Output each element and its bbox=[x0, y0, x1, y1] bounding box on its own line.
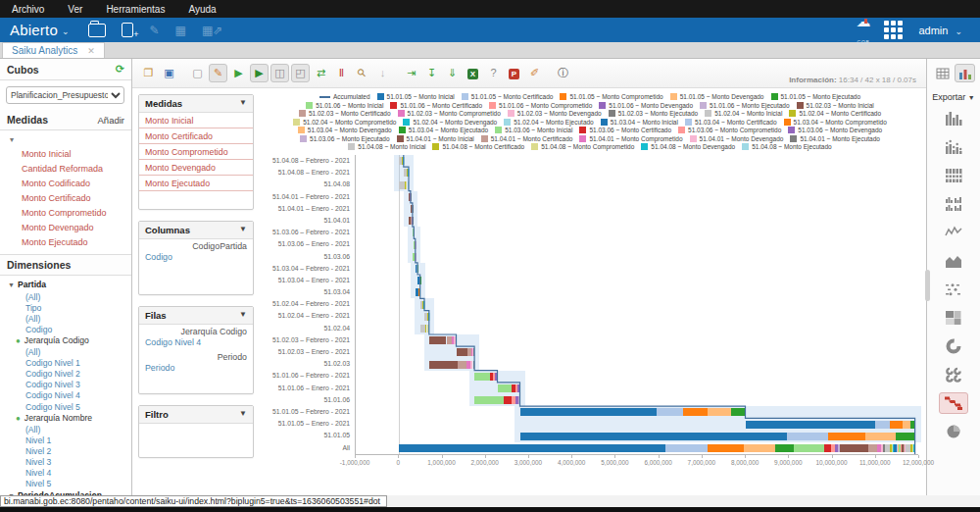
sidebar-measure[interactable]: Cantidad Reformada bbox=[0, 161, 131, 176]
edit-query-button[interactable]: ✎ bbox=[209, 64, 227, 82]
legend-item[interactable]: 51.04.08 ~ Monto Certificado bbox=[432, 143, 524, 150]
legend-item[interactable]: 51.01.05 ~ Monto Devengado bbox=[670, 93, 764, 100]
sidebar-level[interactable]: Nivel 1 bbox=[0, 435, 131, 445]
sidebar-level[interactable]: Codigo Nivel 2 bbox=[0, 369, 131, 380]
sidebar-dimension[interactable]: ▼Partida bbox=[0, 279, 131, 291]
close-icon[interactable]: ✕ bbox=[87, 46, 95, 56]
query-measure[interactable]: Monto Inicial bbox=[139, 113, 253, 128]
edit-mdx-button[interactable]: ✐ bbox=[525, 64, 544, 82]
legend-item[interactable]: 51.01.05 ~ Monto Certificado bbox=[462, 93, 554, 100]
query-level[interactable]: Codigo Nivel 4 bbox=[139, 336, 253, 350]
legend-item[interactable]: 51.04.08 ~ Monto Ejecutado bbox=[742, 143, 832, 150]
legend-item[interactable]: 51.02.03 ~ Monto Devengado bbox=[508, 110, 602, 117]
menu-herramientas[interactable]: Herramientas bbox=[94, 4, 176, 15]
query-measure[interactable]: Monto Ejecutado bbox=[139, 176, 253, 191]
sidebar-level[interactable]: Tipo bbox=[0, 302, 131, 313]
collapse-arrow-icon[interactable]: ▾ bbox=[0, 133, 131, 146]
export-pdf-button[interactable]: P bbox=[505, 65, 523, 83]
sidebar-measure[interactable]: Monto Inicial bbox=[0, 146, 131, 161]
edit-icon[interactable]: ✎ bbox=[149, 24, 159, 37]
sidebar-measure[interactable]: Monto Codificado bbox=[0, 176, 131, 190]
menu-ayuda[interactable]: Ayuda bbox=[176, 4, 227, 15]
new-query-button[interactable]: ▢ bbox=[188, 64, 207, 82]
legend-item[interactable]: 51.02.04 ~ Monto Certificado bbox=[789, 110, 881, 117]
sidebar-level[interactable]: Codigo Nivel 1 bbox=[0, 358, 131, 369]
legend-item[interactable]: 51.03.04 ~ Monto Comprometido bbox=[784, 119, 887, 126]
legend-item[interactable]: 51.04.01 ~ Monto Ejecutado bbox=[790, 135, 880, 142]
legend-item[interactable]: 51.04.08 ~ Monto Devengado bbox=[641, 143, 735, 150]
swap-axis-button[interactable]: ⇄ bbox=[312, 64, 330, 82]
filtro-panel-header[interactable]: Filtro▼ bbox=[139, 406, 253, 424]
donut-chart-button[interactable] bbox=[939, 335, 968, 357]
tab-saiku-analytics[interactable]: Saiku Analytics ✕ bbox=[2, 42, 105, 58]
bar-chart-button[interactable] bbox=[939, 108, 968, 129]
add-measure-link[interactable]: Añadir bbox=[98, 115, 124, 126]
toggle-sidebar-button[interactable]: ◰ bbox=[291, 64, 310, 82]
legend-item[interactable]: 51.03.06 ~ Monto Devengado bbox=[788, 127, 882, 133]
sidebar-measure[interactable]: Monto Comprometido bbox=[0, 205, 131, 220]
menu-ver[interactable]: Ver bbox=[56, 4, 94, 15]
save-image-icon[interactable]: ▦ bbox=[175, 24, 186, 37]
legend-item[interactable]: 51.04.01 ~ Monto Certificado bbox=[481, 135, 573, 142]
legend-item[interactable]: 51.03.04 ~ Monto Inicial bbox=[601, 119, 678, 126]
query-measure[interactable]: Monto Devengado bbox=[139, 160, 253, 176]
legend-item[interactable]: 51.02.04 ~ Monto Devengado bbox=[403, 119, 497, 126]
multiple-bar-small-button[interactable] bbox=[939, 193, 968, 215]
legend-item[interactable]: 51.04.01 ~ Monto Comprometido bbox=[579, 135, 682, 142]
legend-item[interactable]: 51.01.05 ~ Monto Ejecutado bbox=[771, 93, 861, 100]
scrollbar-thumb[interactable] bbox=[925, 270, 930, 301]
legend-item[interactable]: 51.02.03 ~ Monto Comprometido bbox=[398, 110, 501, 117]
sidebar-level[interactable]: Nivel 2 bbox=[0, 445, 131, 456]
multiple-donut-chart-button[interactable] bbox=[939, 364, 968, 385]
sidebar-level[interactable]: (All) bbox=[0, 313, 131, 324]
legend-item[interactable]: 51.02.03 ~ Monto Inicial bbox=[797, 102, 874, 109]
legend-item[interactable]: 51.04.08 ~ Monto Inicial bbox=[348, 143, 425, 150]
legend-item[interactable]: 51.04.01 ~ Monto Inicial bbox=[397, 135, 474, 142]
legend-item[interactable]: 51.04.01 ~ Monto Devengado bbox=[690, 135, 784, 142]
toggle-fields-button[interactable]: ◫ bbox=[270, 64, 289, 82]
filas-panel-header[interactable]: Filas▼ bbox=[139, 307, 253, 325]
legend-item[interactable]: 51.02.03 ~ Monto Certificado bbox=[299, 110, 391, 117]
sidebar-hierarchy[interactable]: ●Jerarquía Nombre bbox=[0, 412, 131, 424]
export-csv-button[interactable]: ↧ bbox=[422, 64, 441, 82]
export-xls-button[interactable]: X bbox=[464, 65, 482, 83]
sidebar-level[interactable]: Nivel 3 bbox=[0, 457, 131, 468]
sidebar-measure[interactable]: Monto Ejecutado bbox=[0, 234, 131, 249]
legend-item[interactable]: 51.03.04 ~ Monto Certificado bbox=[685, 119, 777, 126]
legend-item[interactable]: 51.02.03 ~ Monto Ejecutado bbox=[609, 110, 699, 117]
query-info-button[interactable]: ? bbox=[484, 64, 503, 82]
legend-item[interactable]: 51.03.06 ~ Monto Comprometido bbox=[678, 127, 781, 133]
legend-item[interactable]: 51.02.04 ~ Monto Inicial bbox=[705, 110, 782, 117]
legend-item[interactable]: 51.03.04 ~ Monto Devengado bbox=[298, 127, 392, 133]
columnas-panel-header[interactable]: Columnas▼ bbox=[139, 222, 253, 239]
sidebar-level[interactable]: (All) bbox=[0, 291, 131, 302]
legend-item[interactable]: 51.03.06 ~ Monto Certificado bbox=[579, 127, 671, 133]
legend-item[interactable]: 51.01.05 ~ Monto Comprometido bbox=[560, 93, 662, 100]
sidebar-level[interactable]: Codigo Nivel 5 bbox=[0, 401, 131, 412]
query-measure[interactable]: Monto Certificado bbox=[139, 128, 253, 144]
sidebar-measure[interactable]: Monto Devengado bbox=[0, 220, 131, 234]
table-mode-button[interactable] bbox=[932, 64, 953, 82]
dot-chart-button[interactable] bbox=[939, 279, 968, 300]
sunburst-chart-button[interactable] bbox=[939, 421, 968, 442]
drill-through-button[interactable]: ↓ bbox=[373, 64, 392, 82]
legend-item[interactable]: 51.01.06 ~ Monto Ejecutado bbox=[700, 102, 790, 109]
sidebar-level[interactable]: Codigo Nivel 4 bbox=[0, 390, 131, 401]
open-menu-button[interactable]: Abierto bbox=[10, 22, 58, 38]
sidebar-hierarchy[interactable]: ●Jerarquía Codigo bbox=[0, 334, 131, 346]
export-dropdown[interactable]: Exportar ▼ bbox=[932, 92, 974, 102]
query-measure[interactable]: Monto Comprometido bbox=[139, 144, 253, 160]
save-query-button[interactable]: ▣ bbox=[160, 64, 178, 82]
legend-item[interactable]: 51.04.08 ~ Monto Comprometido bbox=[531, 143, 634, 150]
sidebar-level[interactable]: (All) bbox=[0, 424, 131, 435]
non-empty-button[interactable]: Ⅱ bbox=[332, 64, 351, 82]
export-download-button[interactable]: ⇓ bbox=[443, 64, 462, 82]
chart-mode-button[interactable] bbox=[955, 64, 975, 82]
refresh-icon[interactable]: ⟳ bbox=[116, 63, 124, 76]
sidebar-level[interactable]: Nivel 5 bbox=[0, 479, 131, 489]
new-document-icon[interactable] bbox=[122, 23, 133, 37]
stacked-bar-chart-button[interactable] bbox=[939, 165, 968, 186]
user-menu[interactable]: admin ⌄ bbox=[918, 25, 966, 36]
query-level[interactable]: Periodo bbox=[139, 362, 253, 376]
legend-item[interactable]: 51.01.06 ~ Monto Certificado bbox=[390, 102, 482, 109]
